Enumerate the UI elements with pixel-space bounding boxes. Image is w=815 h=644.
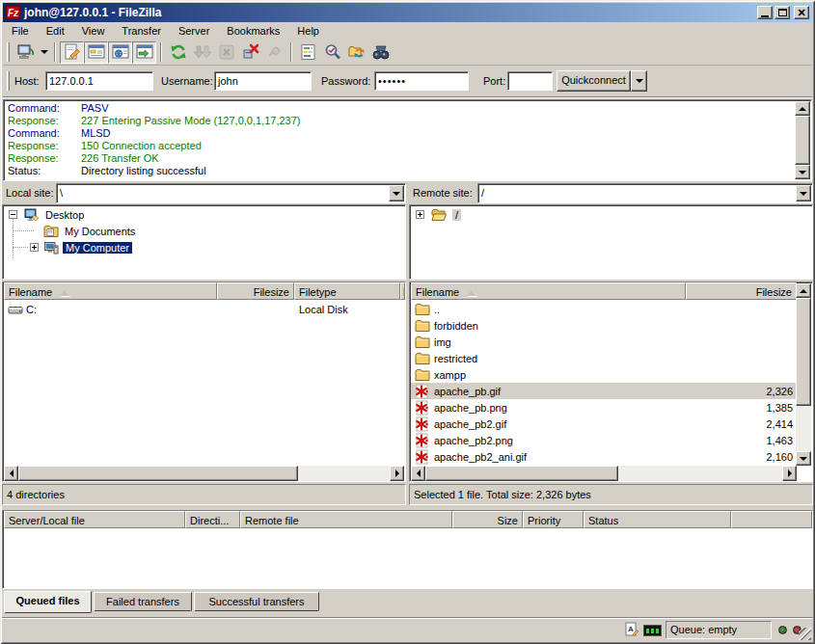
menu-item-edit[interactable]: Edit [38,23,73,39]
column-header-lastmodified[interactable]: L [400,282,405,300]
menu-item-transfer[interactable]: Transfer [113,23,170,39]
log-line: Status:Directory listing successful [4,165,811,177]
expand-icon[interactable] [30,243,39,252]
file-row[interactable]: apache_pb2.gif 2,414 [411,416,797,432]
file-row[interactable]: .. [411,301,797,317]
process-queue-button[interactable] [190,41,214,64]
tree-item-my-documents[interactable]: My Documents [3,223,405,239]
remote-horizontal-scrollbar[interactable] [411,466,797,481]
tree-item-my-computer[interactable]: My Computer [3,239,405,255]
resize-grip[interactable] [799,628,811,640]
scroll-down-button[interactable] [796,451,811,466]
host-input[interactable]: 127.0.0.1 [45,71,153,91]
port-input[interactable] [507,71,553,91]
local-site-combobox[interactable]: \ [56,183,406,203]
directory-comparison-button[interactable] [320,41,344,64]
window-titlebar[interactable]: Fz john@127.0.0.1 - FileZilla ✕ [3,3,812,22]
tree-item-root[interactable]: / [410,206,812,223]
transfer-type-icon[interactable] [624,622,639,637]
speed-limit-icon[interactable] [643,625,662,636]
menu-item-server[interactable]: Server [170,23,218,39]
refresh-button[interactable] [166,41,190,64]
file-row[interactable]: xampp [411,366,797,383]
scroll-thumb[interactable] [795,116,810,165]
remote-file-list: Filename Filesize .. forbidden img restr… [409,282,813,482]
log-line: Command:PASV [4,102,811,115]
file-row[interactable]: forbidden [411,317,797,334]
maximize-button[interactable] [774,6,790,19]
reconnect-button[interactable] [262,41,286,64]
column-header-filename[interactable]: Filename [411,282,686,300]
queue-column-priority[interactable]: Priority [523,511,584,528]
file-row[interactable]: apache_pb.png 1,385 [411,399,797,416]
queue-column-status[interactable]: Status [584,511,731,528]
close-button[interactable]: ✕ [794,6,809,19]
disconnect-button[interactable] [238,41,262,64]
local-horizontal-scrollbar[interactable] [4,466,404,481]
queue-column-blank[interactable] [731,511,812,528]
quickconnect-button[interactable]: Quickconnect [557,70,631,92]
tree-connector [13,230,34,231]
remote-vertical-scrollbar[interactable] [796,283,811,466]
tree-connector [13,247,28,248]
scroll-up-button[interactable] [796,283,811,298]
scroll-down-button[interactable] [795,165,810,179]
file-row[interactable]: img [411,334,797,350]
toggle-message-log-button[interactable] [60,41,84,64]
column-header-filesize[interactable]: Filesize [217,282,294,300]
toggle-local-tree-button[interactable] [84,41,108,64]
tree-item-desktop[interactable]: Desktop [3,206,405,223]
scroll-thumb[interactable] [796,298,811,406]
file-row[interactable]: apache_pb2_ani.gif 2,160 [411,448,797,465]
scroll-right-button[interactable] [390,466,404,481]
local-site-value: \ [60,187,63,199]
remote-site-dropdown-button[interactable] [796,185,811,201]
column-header-filesize[interactable]: Filesize [686,282,797,300]
menu-item-view[interactable]: View [73,23,114,39]
minimize-button[interactable] [757,6,773,19]
toolbar [3,40,812,66]
menu-item-file[interactable]: File [3,23,38,39]
local-site-dropdown-button[interactable] [389,185,404,201]
tab-successful-transfers[interactable]: Successful transfers [194,592,319,611]
find-files-button[interactable] [368,41,393,64]
synchronized-browsing-button[interactable] [344,41,368,64]
queue-column-serverlocal[interactable]: Server/Local file [4,511,185,528]
username-input[interactable]: john [214,71,312,91]
site-manager-dropdown-button[interactable] [38,41,50,64]
toggle-remote-tree-button[interactable] [108,41,132,64]
cancel-operation-button[interactable] [214,41,238,64]
quickconnect-dropdown-button[interactable] [631,70,647,92]
file-row-drive-c[interactable]: C: Local Disk [4,301,404,317]
scroll-left-button[interactable] [4,466,18,481]
status-bar: Queue: empty [2,617,813,642]
toggle-transfer-queue-button[interactable] [132,41,156,64]
scroll-right-button[interactable] [782,466,797,481]
column-header-filetype[interactable]: Filetype [294,282,400,300]
queue-column-remotefile[interactable]: Remote file [240,511,452,528]
arrow-left-icon [417,470,421,477]
menu-bar: File Edit View Transfer Server Bookmarks… [3,22,812,40]
expand-icon[interactable] [416,210,424,219]
file-row[interactable]: restricted [411,350,797,366]
menu-item-bookmarks[interactable]: Bookmarks [218,23,288,39]
menu-item-help[interactable]: Help [288,23,328,39]
site-manager-button[interactable] [14,41,38,64]
scroll-left-button[interactable] [411,466,425,481]
tab-queued-files[interactable]: Queued files [4,591,92,613]
toolbar-separator [290,42,292,62]
remote-site-combobox[interactable]: / [477,183,813,203]
directory-filters-button[interactable] [296,41,320,64]
scroll-thumb[interactable] [18,466,298,481]
scroll-thumb[interactable] [425,466,618,481]
log-scrollbar[interactable] [795,101,810,179]
queue-column-size[interactable]: Size [452,511,523,528]
collapse-icon[interactable] [9,210,17,219]
file-row[interactable]: apache_pb2.png 1,463 [411,432,797,448]
scroll-up-button[interactable] [795,101,810,116]
column-header-filename[interactable]: Filename [4,282,217,300]
file-row-selected[interactable]: apache_pb.gif 2,326 [411,383,797,399]
queue-column-direction[interactable]: Directi... [185,511,240,528]
tab-failed-transfers[interactable]: Failed transfers [94,592,192,611]
password-input[interactable]: •••••• [374,71,469,91]
